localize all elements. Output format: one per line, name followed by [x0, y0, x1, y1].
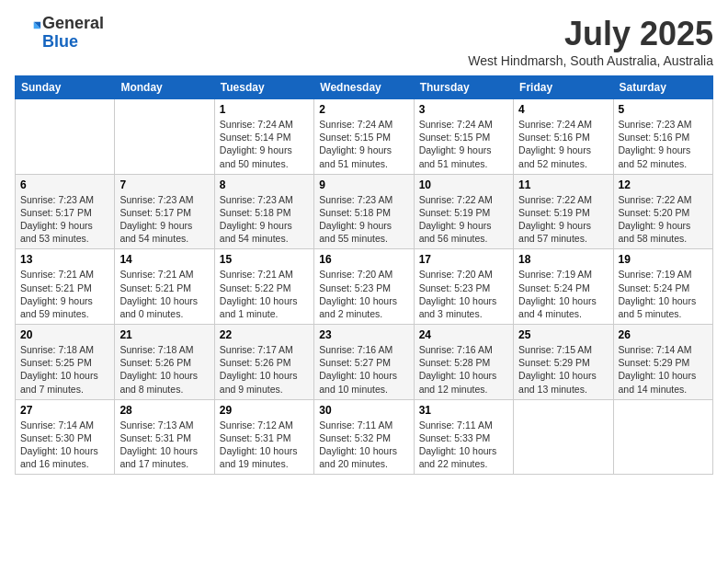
- calendar-cell: 5Sunrise: 7:23 AM Sunset: 5:16 PM Daylig…: [613, 99, 712, 175]
- calendar-cell: 4Sunrise: 7:24 AM Sunset: 5:16 PM Daylig…: [514, 99, 613, 175]
- page-header: General Blue July 2025 West Hindmarsh, S…: [15, 15, 713, 68]
- day-number: 2: [319, 103, 408, 116]
- day-info: Sunrise: 7:23 AM Sunset: 5:18 PM Dayligh…: [220, 193, 309, 246]
- calendar-cell: 21Sunrise: 7:18 AM Sunset: 5:26 PM Dayli…: [115, 325, 214, 400]
- day-number: 28: [119, 404, 209, 417]
- logo-icon: [17, 18, 42, 44]
- day-number: 11: [518, 178, 608, 191]
- calendar-cell: [613, 399, 712, 475]
- weekday-wednesday: Wednesday: [314, 76, 414, 99]
- day-info: Sunrise: 7:23 AM Sunset: 5:18 PM Dayligh…: [319, 193, 408, 246]
- day-info: Sunrise: 7:12 AM Sunset: 5:31 PM Dayligh…: [220, 419, 309, 471]
- day-info: Sunrise: 7:24 AM Sunset: 5:15 PM Dayligh…: [419, 118, 508, 170]
- day-number: 19: [619, 253, 708, 266]
- day-number: 22: [220, 328, 309, 341]
- weekday-friday: Friday: [514, 76, 613, 99]
- day-info: Sunrise: 7:11 AM Sunset: 5:33 PM Dayligh…: [419, 419, 508, 471]
- calendar-cell: 17Sunrise: 7:20 AM Sunset: 5:23 PM Dayli…: [414, 249, 513, 325]
- calendar-cell: 15Sunrise: 7:21 AM Sunset: 5:22 PM Dayli…: [214, 249, 313, 325]
- calendar-cell: 28Sunrise: 7:13 AM Sunset: 5:31 PM Dayli…: [115, 399, 214, 475]
- calendar-cell: 9Sunrise: 7:23 AM Sunset: 5:18 PM Daylig…: [314, 174, 414, 249]
- calendar-cell: 16Sunrise: 7:20 AM Sunset: 5:23 PM Dayli…: [314, 249, 414, 325]
- calendar-week-1: 1Sunrise: 7:24 AM Sunset: 5:14 PM Daylig…: [16, 99, 713, 175]
- calendar-cell: 3Sunrise: 7:24 AM Sunset: 5:15 PM Daylig…: [414, 99, 513, 175]
- day-info: Sunrise: 7:24 AM Sunset: 5:14 PM Dayligh…: [220, 118, 309, 170]
- day-info: Sunrise: 7:16 AM Sunset: 5:28 PM Dayligh…: [419, 343, 508, 396]
- calendar-week-4: 20Sunrise: 7:18 AM Sunset: 5:25 PM Dayli…: [16, 325, 713, 400]
- day-info: Sunrise: 7:21 AM Sunset: 5:21 PM Dayligh…: [20, 268, 109, 320]
- day-info: Sunrise: 7:22 AM Sunset: 5:19 PM Dayligh…: [419, 193, 508, 246]
- day-number: 15: [220, 253, 309, 266]
- calendar-cell: 24Sunrise: 7:16 AM Sunset: 5:28 PM Dayli…: [414, 325, 513, 400]
- day-info: Sunrise: 7:19 AM Sunset: 5:24 PM Dayligh…: [619, 268, 708, 320]
- logo-blue: Blue: [42, 33, 104, 52]
- day-number: 13: [20, 253, 109, 266]
- day-number: 26: [619, 328, 708, 341]
- month-title: July 2025: [468, 15, 713, 53]
- weekday-saturday: Saturday: [613, 76, 712, 99]
- day-number: 14: [119, 253, 209, 266]
- calendar-cell: 14Sunrise: 7:21 AM Sunset: 5:21 PM Dayli…: [115, 249, 214, 325]
- day-info: Sunrise: 7:17 AM Sunset: 5:26 PM Dayligh…: [220, 343, 309, 396]
- day-number: 20: [20, 328, 109, 341]
- title-block: July 2025 West Hindmarsh, South Australi…: [468, 15, 713, 68]
- day-info: Sunrise: 7:22 AM Sunset: 5:19 PM Dayligh…: [518, 193, 608, 246]
- day-number: 7: [119, 178, 209, 191]
- day-info: Sunrise: 7:23 AM Sunset: 5:17 PM Dayligh…: [119, 193, 209, 246]
- day-info: Sunrise: 7:21 AM Sunset: 5:21 PM Dayligh…: [119, 268, 209, 320]
- day-number: 24: [419, 328, 508, 341]
- day-number: 31: [419, 404, 508, 417]
- calendar-table: SundayMondayTuesdayWednesdayThursdayFrid…: [15, 75, 713, 475]
- calendar-cell: 18Sunrise: 7:19 AM Sunset: 5:24 PM Dayli…: [514, 249, 613, 325]
- calendar-week-3: 13Sunrise: 7:21 AM Sunset: 5:21 PM Dayli…: [16, 249, 713, 325]
- day-info: Sunrise: 7:11 AM Sunset: 5:32 PM Dayligh…: [319, 419, 408, 471]
- weekday-tuesday: Tuesday: [214, 76, 313, 99]
- calendar-body: 1Sunrise: 7:24 AM Sunset: 5:14 PM Daylig…: [16, 99, 713, 475]
- day-number: 30: [319, 404, 408, 417]
- calendar-cell: 2Sunrise: 7:24 AM Sunset: 5:15 PM Daylig…: [314, 99, 414, 175]
- day-info: Sunrise: 7:15 AM Sunset: 5:29 PM Dayligh…: [518, 343, 608, 396]
- day-number: 21: [119, 328, 209, 341]
- day-number: 1: [220, 103, 309, 116]
- calendar-cell: 30Sunrise: 7:11 AM Sunset: 5:32 PM Dayli…: [314, 399, 414, 475]
- day-number: 4: [518, 103, 608, 116]
- day-info: Sunrise: 7:20 AM Sunset: 5:23 PM Dayligh…: [319, 268, 408, 320]
- calendar-cell: 19Sunrise: 7:19 AM Sunset: 5:24 PM Dayli…: [613, 249, 712, 325]
- day-number: 16: [319, 253, 408, 266]
- day-number: 6: [20, 178, 109, 191]
- calendar-cell: [514, 399, 613, 475]
- calendar-cell: 27Sunrise: 7:14 AM Sunset: 5:30 PM Dayli…: [16, 399, 115, 475]
- day-number: 3: [419, 103, 508, 116]
- calendar-cell: [16, 99, 115, 175]
- day-info: Sunrise: 7:18 AM Sunset: 5:25 PM Dayligh…: [20, 343, 109, 396]
- calendar-cell: 13Sunrise: 7:21 AM Sunset: 5:21 PM Dayli…: [16, 249, 115, 325]
- calendar-cell: 22Sunrise: 7:17 AM Sunset: 5:26 PM Dayli…: [214, 325, 313, 400]
- calendar-week-2: 6Sunrise: 7:23 AM Sunset: 5:17 PM Daylig…: [16, 174, 713, 249]
- day-info: Sunrise: 7:14 AM Sunset: 5:30 PM Dayligh…: [20, 419, 109, 471]
- logo: General Blue: [15, 15, 104, 52]
- calendar-cell: 6Sunrise: 7:23 AM Sunset: 5:17 PM Daylig…: [16, 174, 115, 249]
- day-info: Sunrise: 7:21 AM Sunset: 5:22 PM Dayligh…: [220, 268, 309, 320]
- calendar-cell: 29Sunrise: 7:12 AM Sunset: 5:31 PM Dayli…: [214, 399, 313, 475]
- day-number: 18: [518, 253, 608, 266]
- calendar-cell: 11Sunrise: 7:22 AM Sunset: 5:19 PM Dayli…: [514, 174, 613, 249]
- day-number: 29: [220, 404, 309, 417]
- calendar-cell: 23Sunrise: 7:16 AM Sunset: 5:27 PM Dayli…: [314, 325, 414, 400]
- day-info: Sunrise: 7:24 AM Sunset: 5:15 PM Dayligh…: [319, 118, 408, 170]
- day-info: Sunrise: 7:19 AM Sunset: 5:24 PM Dayligh…: [518, 268, 608, 320]
- weekday-thursday: Thursday: [414, 76, 513, 99]
- day-info: Sunrise: 7:23 AM Sunset: 5:17 PM Dayligh…: [20, 193, 109, 246]
- day-info: Sunrise: 7:20 AM Sunset: 5:23 PM Dayligh…: [419, 268, 508, 320]
- day-number: 12: [619, 178, 708, 191]
- calendar-cell: 10Sunrise: 7:22 AM Sunset: 5:19 PM Dayli…: [414, 174, 513, 249]
- day-number: 25: [518, 328, 608, 341]
- weekday-monday: Monday: [115, 76, 214, 99]
- weekday-sunday: Sunday: [16, 76, 115, 99]
- day-info: Sunrise: 7:13 AM Sunset: 5:31 PM Dayligh…: [119, 419, 209, 471]
- day-number: 9: [319, 178, 408, 191]
- calendar-cell: 26Sunrise: 7:14 AM Sunset: 5:29 PM Dayli…: [613, 325, 712, 400]
- calendar-cell: 7Sunrise: 7:23 AM Sunset: 5:17 PM Daylig…: [115, 174, 214, 249]
- day-number: 23: [319, 328, 408, 341]
- weekday-header-row: SundayMondayTuesdayWednesdayThursdayFrid…: [16, 76, 713, 99]
- day-info: Sunrise: 7:16 AM Sunset: 5:27 PM Dayligh…: [319, 343, 408, 396]
